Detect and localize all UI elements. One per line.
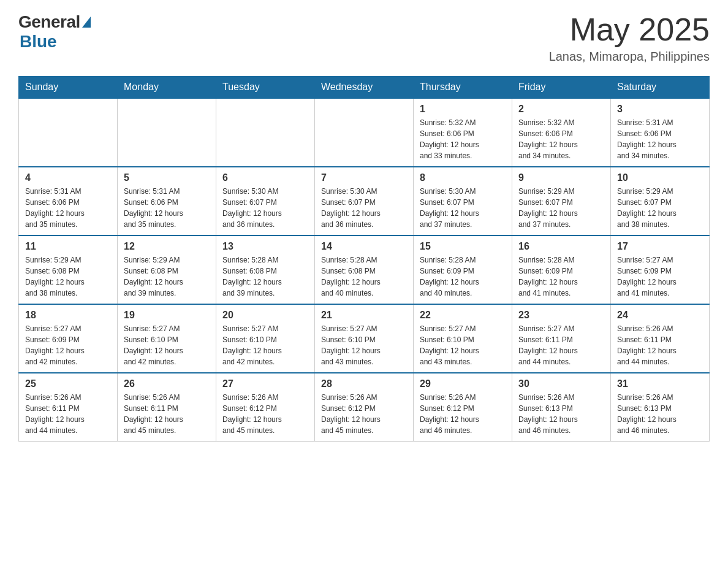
calendar-cell: 3Sunrise: 5:31 AM Sunset: 6:06 PM Daylig… — [611, 98, 710, 167]
month-title: May 2025 — [549, 12, 710, 47]
calendar-cell: 30Sunrise: 5:26 AM Sunset: 6:13 PM Dayli… — [512, 373, 611, 442]
calendar-cell: 6Sunrise: 5:30 AM Sunset: 6:07 PM Daylig… — [216, 167, 315, 236]
weekday-header-friday: Friday — [512, 77, 611, 99]
day-number: 28 — [321, 378, 407, 389]
day-info: Sunrise: 5:29 AM Sunset: 6:07 PM Dayligh… — [617, 186, 703, 230]
calendar-week-row: 4Sunrise: 5:31 AM Sunset: 6:06 PM Daylig… — [19, 167, 710, 236]
calendar-week-row: 1Sunrise: 5:32 AM Sunset: 6:06 PM Daylig… — [19, 98, 710, 167]
day-number: 19 — [124, 310, 210, 321]
calendar-cell: 24Sunrise: 5:26 AM Sunset: 6:11 PM Dayli… — [611, 304, 710, 373]
calendar-cell: 26Sunrise: 5:26 AM Sunset: 6:11 PM Dayli… — [118, 373, 216, 442]
day-info: Sunrise: 5:28 AM Sunset: 6:08 PM Dayligh… — [321, 255, 407, 299]
day-info: Sunrise: 5:27 AM Sunset: 6:10 PM Dayligh… — [124, 323, 210, 367]
day-info: Sunrise: 5:28 AM Sunset: 6:09 PM Dayligh… — [420, 255, 506, 299]
day-info: Sunrise: 5:26 AM Sunset: 6:11 PM Dayligh… — [617, 323, 703, 367]
day-number: 23 — [518, 310, 604, 321]
day-number: 4 — [25, 172, 111, 183]
calendar-cell: 1Sunrise: 5:32 AM Sunset: 6:06 PM Daylig… — [414, 98, 512, 167]
day-info: Sunrise: 5:29 AM Sunset: 6:08 PM Dayligh… — [25, 255, 111, 299]
day-number: 18 — [25, 310, 111, 321]
day-info: Sunrise: 5:26 AM Sunset: 6:11 PM Dayligh… — [124, 392, 210, 436]
day-number: 1 — [420, 104, 506, 115]
day-number: 2 — [518, 104, 604, 115]
day-number: 20 — [222, 310, 308, 321]
calendar-cell: 22Sunrise: 5:27 AM Sunset: 6:10 PM Dayli… — [414, 304, 512, 373]
day-info: Sunrise: 5:28 AM Sunset: 6:08 PM Dayligh… — [222, 255, 308, 299]
calendar-cell: 27Sunrise: 5:26 AM Sunset: 6:12 PM Dayli… — [216, 373, 315, 442]
calendar-week-row: 25Sunrise: 5:26 AM Sunset: 6:11 PM Dayli… — [19, 373, 710, 442]
day-number: 5 — [124, 172, 210, 183]
day-info: Sunrise: 5:26 AM Sunset: 6:12 PM Dayligh… — [321, 392, 407, 436]
calendar-cell: 14Sunrise: 5:28 AM Sunset: 6:08 PM Dayli… — [315, 236, 414, 304]
day-number: 6 — [222, 172, 308, 183]
day-number: 29 — [420, 378, 506, 389]
day-number: 16 — [518, 241, 604, 252]
calendar-cell: 16Sunrise: 5:28 AM Sunset: 6:09 PM Dayli… — [512, 236, 611, 304]
weekday-header-sunday: Sunday — [19, 77, 118, 99]
calendar-cell: 31Sunrise: 5:26 AM Sunset: 6:13 PM Dayli… — [611, 373, 710, 442]
title-area: May 2025 Lanas, Mimaropa, Philippines — [549, 12, 710, 64]
calendar-week-row: 11Sunrise: 5:29 AM Sunset: 6:08 PM Dayli… — [19, 236, 710, 304]
calendar-cell: 13Sunrise: 5:28 AM Sunset: 6:08 PM Dayli… — [216, 236, 315, 304]
day-info: Sunrise: 5:32 AM Sunset: 6:06 PM Dayligh… — [420, 117, 506, 161]
calendar-cell: 28Sunrise: 5:26 AM Sunset: 6:12 PM Dayli… — [315, 373, 414, 442]
calendar-cell: 4Sunrise: 5:31 AM Sunset: 6:06 PM Daylig… — [19, 167, 118, 236]
day-number: 21 — [321, 310, 407, 321]
weekday-header-tuesday: Tuesday — [216, 77, 315, 99]
day-info: Sunrise: 5:30 AM Sunset: 6:07 PM Dayligh… — [321, 186, 407, 230]
day-number: 15 — [420, 241, 506, 252]
calendar-cell: 15Sunrise: 5:28 AM Sunset: 6:09 PM Dayli… — [414, 236, 512, 304]
calendar-cell: 10Sunrise: 5:29 AM Sunset: 6:07 PM Dayli… — [611, 167, 710, 236]
weekday-header-saturday: Saturday — [611, 77, 710, 99]
day-info: Sunrise: 5:26 AM Sunset: 6:13 PM Dayligh… — [518, 392, 604, 436]
weekday-header-monday: Monday — [118, 77, 216, 99]
calendar-cell: 7Sunrise: 5:30 AM Sunset: 6:07 PM Daylig… — [315, 167, 414, 236]
page-header: General Blue May 2025 Lanas, Mimaropa, P… — [18, 12, 710, 64]
day-info: Sunrise: 5:26 AM Sunset: 6:11 PM Dayligh… — [25, 392, 111, 436]
day-number: 27 — [222, 378, 308, 389]
day-number: 26 — [124, 378, 210, 389]
day-number: 25 — [25, 378, 111, 389]
day-number: 11 — [25, 241, 111, 252]
day-number: 9 — [518, 172, 604, 183]
calendar-week-row: 18Sunrise: 5:27 AM Sunset: 6:09 PM Dayli… — [19, 304, 710, 373]
day-info: Sunrise: 5:29 AM Sunset: 6:07 PM Dayligh… — [518, 186, 604, 230]
day-info: Sunrise: 5:30 AM Sunset: 6:07 PM Dayligh… — [222, 186, 308, 230]
day-number: 10 — [617, 172, 703, 183]
day-info: Sunrise: 5:27 AM Sunset: 6:10 PM Dayligh… — [420, 323, 506, 367]
calendar-cell: 9Sunrise: 5:29 AM Sunset: 6:07 PM Daylig… — [512, 167, 611, 236]
calendar-cell: 11Sunrise: 5:29 AM Sunset: 6:08 PM Dayli… — [19, 236, 118, 304]
day-info: Sunrise: 5:28 AM Sunset: 6:09 PM Dayligh… — [518, 255, 604, 299]
calendar-cell: 19Sunrise: 5:27 AM Sunset: 6:10 PM Dayli… — [118, 304, 216, 373]
calendar-table: SundayMondayTuesdayWednesdayThursdayFrid… — [18, 76, 710, 442]
day-info: Sunrise: 5:27 AM Sunset: 6:10 PM Dayligh… — [321, 323, 407, 367]
weekday-header-wednesday: Wednesday — [315, 77, 414, 99]
calendar-cell: 25Sunrise: 5:26 AM Sunset: 6:11 PM Dayli… — [19, 373, 118, 442]
calendar-cell: 12Sunrise: 5:29 AM Sunset: 6:08 PM Dayli… — [118, 236, 216, 304]
calendar-cell: 5Sunrise: 5:31 AM Sunset: 6:06 PM Daylig… — [118, 167, 216, 236]
day-info: Sunrise: 5:30 AM Sunset: 6:07 PM Dayligh… — [420, 186, 506, 230]
calendar-cell — [19, 98, 118, 167]
day-number: 7 — [321, 172, 407, 183]
calendar-cell: 8Sunrise: 5:30 AM Sunset: 6:07 PM Daylig… — [414, 167, 512, 236]
day-info: Sunrise: 5:27 AM Sunset: 6:09 PM Dayligh… — [617, 255, 703, 299]
calendar-cell: 18Sunrise: 5:27 AM Sunset: 6:09 PM Dayli… — [19, 304, 118, 373]
weekday-header-row: SundayMondayTuesdayWednesdayThursdayFrid… — [19, 77, 710, 99]
day-info: Sunrise: 5:26 AM Sunset: 6:12 PM Dayligh… — [222, 392, 308, 436]
calendar-cell: 23Sunrise: 5:27 AM Sunset: 6:11 PM Dayli… — [512, 304, 611, 373]
day-info: Sunrise: 5:31 AM Sunset: 6:06 PM Dayligh… — [617, 117, 703, 161]
logo-general-text: General — [18, 12, 80, 32]
location-title: Lanas, Mimaropa, Philippines — [549, 50, 710, 64]
calendar-cell: 29Sunrise: 5:26 AM Sunset: 6:12 PM Dayli… — [414, 373, 512, 442]
day-info: Sunrise: 5:27 AM Sunset: 6:10 PM Dayligh… — [222, 323, 308, 367]
day-info: Sunrise: 5:31 AM Sunset: 6:06 PM Dayligh… — [25, 186, 111, 230]
calendar-cell: 17Sunrise: 5:27 AM Sunset: 6:09 PM Dayli… — [611, 236, 710, 304]
day-info: Sunrise: 5:29 AM Sunset: 6:08 PM Dayligh… — [124, 255, 210, 299]
day-number: 14 — [321, 241, 407, 252]
day-info: Sunrise: 5:32 AM Sunset: 6:06 PM Dayligh… — [518, 117, 604, 161]
day-number: 30 — [518, 378, 604, 389]
calendar-cell — [118, 98, 216, 167]
calendar-cell: 21Sunrise: 5:27 AM Sunset: 6:10 PM Dayli… — [315, 304, 414, 373]
day-info: Sunrise: 5:26 AM Sunset: 6:13 PM Dayligh… — [617, 392, 703, 436]
calendar-cell — [315, 98, 414, 167]
